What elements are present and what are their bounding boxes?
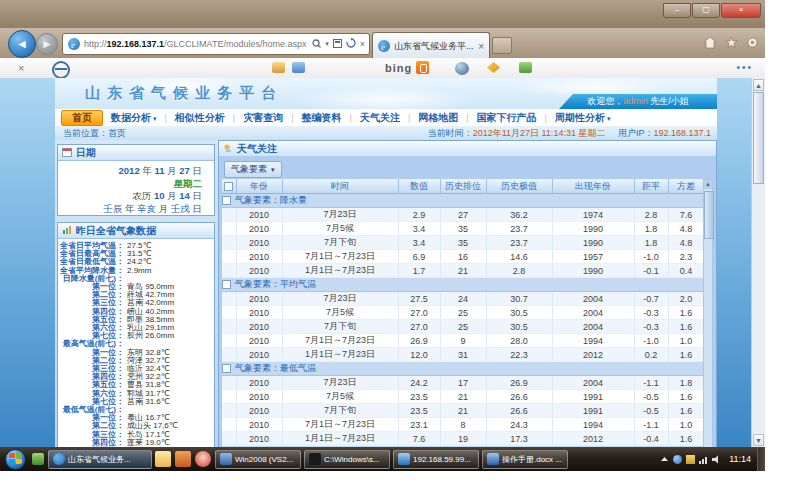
browser-tab[interactable]: e 山东省气候业务平... × [372,32,490,59]
column-header-3[interactable]: 历史排位 [440,179,486,194]
page-scrollbar[interactable]: ▲ ▼ [751,78,765,447]
column-header-0[interactable]: 年份 [236,179,282,194]
table-row[interactable]: 20107月5候27.02530.52004-0.31.6 [222,306,703,320]
new-tab-button[interactable] [492,37,512,54]
home-icon[interactable] [703,36,717,49]
address-bar[interactable]: e http://192.168.137.1/GLCCLIMATE/module… [62,33,370,55]
table-row[interactable]: 20101月1日～7月23日7.61917.32012-0.41.6 [222,432,703,446]
table-row[interactable]: 20107月下旬23.52126.61991-0.51.6 [222,404,703,418]
browser-app-icon[interactable] [195,451,211,467]
mail-icon[interactable] [292,62,305,73]
checkbox-icon[interactable] [222,196,231,205]
nav-item-2[interactable]: 相似性分析 [167,110,233,126]
close-button[interactable]: × [721,3,761,18]
table-row[interactable]: 20101月1日～7月23日12.03122.320120.21.6 [222,348,703,362]
checkbox-icon[interactable] [222,364,231,373]
grid-scrollbar[interactable]: ▲ ▼ [703,179,713,447]
cell: 27.0 [398,306,440,320]
table-row[interactable]: 20107月5候3.43523.719901.84.8 [222,222,703,236]
group-row[interactable]: 气象要素：降水量 [222,194,703,208]
column-header-4[interactable]: 历史极值 [486,179,552,194]
compatibility-icon[interactable] [333,39,342,50]
table-row[interactable]: 20107月1日～7月23日6.91614.61957-1.02.3 [222,250,703,264]
more-options-icon[interactable]: ••• [736,62,753,73]
blocked-icon[interactable] [52,61,70,79]
group-row[interactable]: 气象要素：平均气温 [222,278,703,292]
scroll-up-icon[interactable]: ▲ [704,180,712,189]
table-row[interactable]: 20107月23日24.21726.92004-1.11.8 [222,376,703,390]
nav-item-4[interactable]: 整编资料 [294,110,350,126]
tray-expand-icon[interactable] [660,455,669,464]
group-row[interactable]: 气象要素：最低气温 [222,362,703,376]
tools-gear-icon[interactable] [746,36,759,49]
bing-logo[interactable]: bing [385,62,412,74]
orange-app-icon[interactable] [416,61,429,74]
table-row[interactable]: 20101月1日～7月23日1.7212.81990-0.10.4 [222,264,703,278]
cell: 23.7 [486,222,552,236]
column-header-5[interactable]: 出现年份 [552,179,634,194]
tray-update-icon[interactable] [673,455,682,464]
search-icon[interactable] [312,39,321,50]
stop-icon[interactable]: × [360,39,365,49]
search-caret-icon[interactable]: ▾ [325,40,329,48]
page-scroll-thumb[interactable] [753,92,764,184]
nav-item-5[interactable]: 天气关注 [352,110,408,126]
nav-item-3[interactable]: 灾害查询 [235,110,291,126]
column-header-1[interactable]: 时间 [282,179,398,194]
back-button[interactable]: ◄ [8,30,36,58]
quicklaunch-icon[interactable] [32,453,44,465]
nav-item-8[interactable]: 周期性分析▾ [547,110,619,126]
grid-scroll-thumb[interactable] [704,191,714,239]
favorites-star-icon[interactable] [725,36,738,49]
row-select-cell [222,292,236,306]
table-row[interactable]: 20107月5候23.52126.61991-0.51.6 [222,390,703,404]
network-icon[interactable] [699,455,708,464]
minimize-button[interactable]: – [663,3,691,18]
toolbar-close-icon[interactable]: × [18,61,24,75]
taskbar-window-button-3[interactable]: 操作手册.docx ... [482,450,568,469]
plugin-app-icon[interactable] [519,62,532,73]
url-text[interactable]: http://192.168.137.1/GLCCLIMATE/modules/… [84,39,308,49]
nav-item-6[interactable]: 网格地图 [410,110,466,126]
taskbar-clock[interactable]: 11:14 [725,454,755,464]
table-row[interactable]: 20107月23日2.92736.219742.87.6 [222,208,703,222]
table-row[interactable]: 20107月1日～7月23日26.9928.01994-1.01.0 [222,334,703,348]
taskbar-window-button-0[interactable]: Win2008 (VS2... [215,450,301,469]
column-header-7[interactable]: 方差 [668,179,703,194]
taskbar-active-window[interactable]: 山东省气候业务... [48,450,152,469]
taskbar-window-button-1[interactable]: C:\Windows\s... [304,450,390,469]
tab-close-icon[interactable]: × [473,41,489,52]
page-scroll-down-icon[interactable]: ▼ [753,434,764,446]
explorer-folder-icon[interactable] [155,451,171,467]
page-scroll-up-icon[interactable]: ▲ [753,79,764,91]
taskbar-window-button-2[interactable]: 192.168.59.99... [393,450,479,469]
table-row[interactable]: 20107月下旬3.43523.719901.84.8 [222,236,703,250]
cell: 0.4 [668,264,703,278]
cell: 24 [440,292,486,306]
media-app-icon[interactable] [175,451,191,467]
nav-item-7[interactable]: 国家下行产品 [469,110,545,126]
forward-button[interactable]: ► [36,33,58,55]
nav-item-0[interactable]: 首页 [61,110,103,126]
cell: -1.0 [634,334,668,348]
show-desktop-button[interactable] [757,447,765,471]
element-filter-button[interactable]: 气象要素▾ [224,161,282,178]
start-button[interactable] [5,449,26,470]
sparkle-app-icon[interactable] [487,62,500,73]
checkbox-icon[interactable] [222,280,231,289]
maximize-button[interactable]: ▢ [692,3,720,18]
table-row[interactable]: 20107月1日～7月23日23.1824.31994-1.11.0 [222,418,703,432]
volume-icon[interactable] [712,455,721,464]
checkbox-icon[interactable] [224,182,233,191]
nav-item-1[interactable]: 数据分析▾ [103,110,165,126]
cell: 7月23日 [282,208,398,222]
card-icon[interactable] [272,62,285,73]
tray-flag-icon[interactable] [686,455,695,464]
refresh-icon[interactable] [346,38,356,50]
column-header-2[interactable]: 数值 [398,179,440,194]
table-row[interactable]: 20107月23日27.52430.72004-0.72.0 [222,292,703,306]
cell: 2010 [236,222,282,236]
column-header-6[interactable]: 距平 [634,179,668,194]
table-row[interactable]: 20107月下旬27.02530.52004-0.31.6 [222,320,703,334]
camera-app-icon[interactable] [455,62,469,75]
